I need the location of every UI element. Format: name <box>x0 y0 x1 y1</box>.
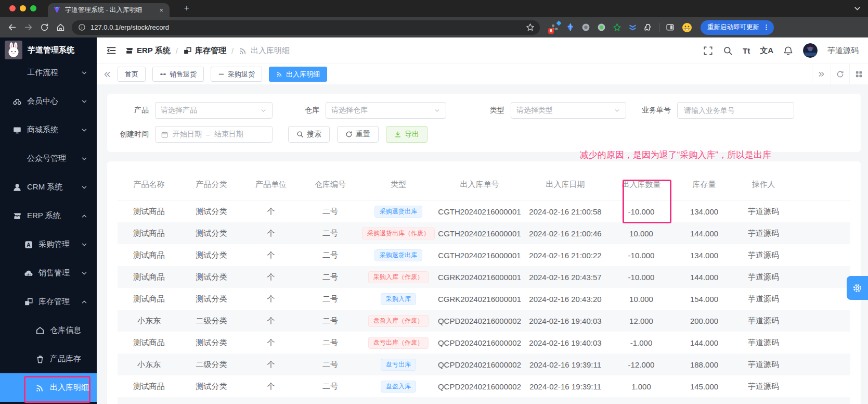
tab-purchase-return[interactable]: 采购退货 <box>211 67 262 82</box>
user-avatar[interactable] <box>803 43 818 58</box>
date-range-input[interactable]: 开始日期 – 结束日期 <box>155 126 273 143</box>
split-view-icon[interactable] <box>666 23 675 32</box>
filter-panel: 产品 请选择产品 仓库 请选择仓库 类型 请选择类型 业务 <box>107 94 861 152</box>
sidebar-item-official-account[interactable]: 公众号管理 <box>0 144 97 173</box>
column-header: 产品单位 <box>242 169 300 200</box>
browser-update-button[interactable]: 重新启动即可更新 <box>701 20 774 35</box>
sidebar-item-crm-system[interactable]: CRM 系统 <box>0 173 97 201</box>
header-tools: Tt 文A 芋道源码 <box>703 43 859 58</box>
export-button[interactable]: 导出 <box>386 126 427 143</box>
extension-icon[interactable] <box>597 23 606 32</box>
site-info-icon[interactable] <box>78 23 86 31</box>
cell: 芋道源码 <box>733 288 794 310</box>
table-row: 测试商品测试分类个二号采购入库CGRK202402160000012024-02… <box>118 288 850 310</box>
browser-menu-icon[interactable] <box>763 24 770 31</box>
tab-search-chevron-icon[interactable] <box>853 4 862 13</box>
new-tab-button[interactable]: + <box>181 3 192 14</box>
search-button[interactable]: 搜索 <box>288 126 330 143</box>
cell-type: 采购入库（作废） <box>361 266 436 288</box>
bizno-input[interactable] <box>677 102 794 119</box>
browser-tab[interactable]: 芋道管理系统 - 出入库明细 × <box>48 3 170 17</box>
warehouse-select[interactable]: 请选择仓库 <box>326 102 446 119</box>
cell: 二号 <box>300 354 361 375</box>
extensions-menu-icon[interactable] <box>644 23 653 32</box>
sidebar-item-product-stock[interactable]: 产品库存 <box>0 345 97 373</box>
extension-icon[interactable] <box>613 23 621 32</box>
cell: 二号 <box>300 244 361 266</box>
reset-icon <box>345 131 353 138</box>
type-select[interactable]: 请选择类型 <box>511 102 626 119</box>
sidebar-item-warehouse-info[interactable]: 仓库信息 <box>0 316 97 345</box>
warehouse-select-placeholder: 请选择仓库 <box>331 106 434 115</box>
cell-filler <box>794 200 850 223</box>
browser-toolbar: 127.0.0.1/erp/stock/record 6 重新启动即可更新 <box>0 17 868 37</box>
cloud-icon <box>24 269 33 278</box>
close-window-button[interactable] <box>9 5 16 11</box>
layout-grid-icon[interactable] <box>849 64 868 84</box>
column-header: 产品名称 <box>118 169 180 200</box>
translate-icon[interactable]: 文A <box>760 46 773 56</box>
refresh-page-icon[interactable] <box>831 64 849 84</box>
sidebar-item-workflow[interactable]: 工作流程 <box>0 58 97 87</box>
back-button[interactable] <box>5 20 19 34</box>
search-icon <box>296 131 304 138</box>
cell: 200.000 <box>675 310 733 332</box>
font-size-icon[interactable]: Tt <box>743 46 750 55</box>
extension-icon[interactable] <box>581 23 590 32</box>
tab-close-icon[interactable]: × <box>158 6 164 14</box>
breadcrumb-item[interactable]: ERP 系统 <box>125 46 171 56</box>
tab-home[interactable]: 首页 <box>118 67 146 82</box>
forward-button[interactable] <box>21 20 35 34</box>
sidebar-item-member-center[interactable]: 会员中心 <box>0 87 97 116</box>
type-select-placeholder: 请选择类型 <box>516 106 614 115</box>
warehouse-filter-label: 仓库 <box>288 106 319 115</box>
bookmark-star-icon[interactable] <box>526 23 535 32</box>
cell: 芋道源码 <box>733 354 794 375</box>
address-bar[interactable]: 127.0.0.1/erp/stock/record <box>72 20 540 35</box>
home-button[interactable] <box>54 20 68 34</box>
extension-icon[interactable] <box>628 23 637 32</box>
sidebar-item-inventory-mgmt[interactable]: 库存管理 <box>0 287 97 316</box>
bizno-filter-label: 业务单号 <box>638 106 671 115</box>
reset-button[interactable]: 重置 <box>337 126 379 143</box>
profile-emoji-icon[interactable] <box>682 22 692 33</box>
notification-bell-icon[interactable] <box>783 46 793 56</box>
cell-type: 盘盈入库 <box>361 375 436 397</box>
tab-sales-return[interactable]: 销售退货 <box>152 67 204 82</box>
product-select[interactable]: 请选择产品 <box>155 102 273 119</box>
sidebar-logo[interactable]: 芋道管理系统 <box>0 37 97 62</box>
zoom-window-button[interactable] <box>30 5 36 11</box>
sidebar-item-mall-system[interactable]: 商城系统 <box>0 116 97 144</box>
chevron-down-icon <box>81 241 88 248</box>
reload-button[interactable] <box>37 20 51 34</box>
table-row: 测试商品测试分类个二号采购退货出库CGTH202402160000012024-… <box>118 200 850 223</box>
cell: 测试分类 <box>180 288 242 310</box>
collapse-sidebar-icon[interactable] <box>106 45 116 56</box>
boxes-icon <box>24 297 33 307</box>
sidebar-item-sales-mgmt[interactable]: 销售管理 <box>0 259 97 287</box>
table-row-partial <box>118 397 850 404</box>
cell: 测试商品 <box>118 266 180 288</box>
tabs-scroll-left-icon[interactable] <box>103 70 111 79</box>
extension-icon[interactable]: 6 <box>550 23 559 32</box>
tabs-scroll-right-icon[interactable] <box>812 64 831 84</box>
cell: CGTH20240216000001 <box>436 244 523 266</box>
settings-gear-button[interactable] <box>847 276 868 300</box>
cell: 测试商品 <box>118 222 180 244</box>
username[interactable]: 芋道源码 <box>827 46 859 56</box>
page-content: 产品 请选择产品 仓库 请选择仓库 类型 请选择类型 业务 <box>97 84 868 404</box>
cell: 二级分类 <box>180 310 242 332</box>
tab-stock-record[interactable]: 出入库明细 <box>269 67 327 82</box>
breadcrumb: ERP 系统/库存管理/出入库明细 <box>125 46 290 56</box>
sidebar-item-stock-record[interactable]: 出入库明细 <box>0 373 97 402</box>
search-icon[interactable] <box>723 46 733 56</box>
fullscreen-icon[interactable] <box>703 46 713 56</box>
type-tag: 盘亏出库（作废） <box>368 337 429 349</box>
sidebar-item-erp-system[interactable]: ERP 系统 <box>0 201 97 230</box>
minimize-window-button[interactable] <box>20 5 26 11</box>
cell: 个 <box>242 310 300 332</box>
breadcrumb-item[interactable]: 出入库明细 <box>239 46 290 56</box>
breadcrumb-item[interactable]: 库存管理 <box>183 46 226 56</box>
extension-icon[interactable] <box>566 23 575 32</box>
sidebar-item-purchase-mgmt[interactable]: A采购管理 <box>0 230 97 259</box>
